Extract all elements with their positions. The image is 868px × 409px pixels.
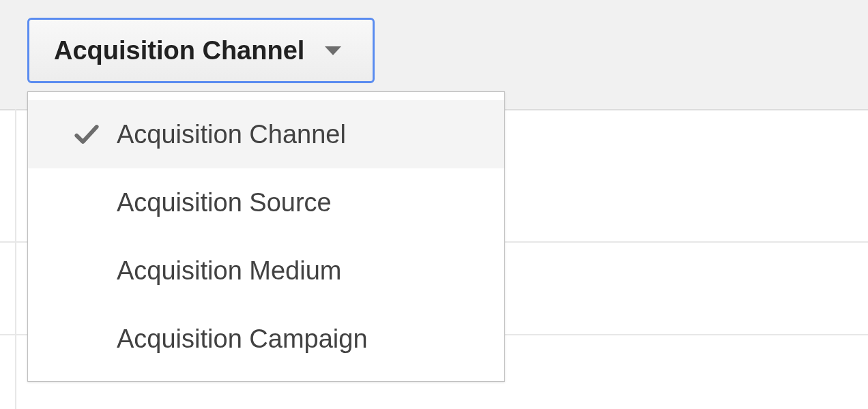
chevron-down-icon [325,46,341,55]
dimension-selector-label: Acquisition Channel [54,36,304,65]
dimension-option-label: Acquisition Source [117,188,332,217]
dimension-option-acquisition-source[interactable]: Acquisition Source [28,168,504,237]
dimension-option-acquisition-medium[interactable]: Acquisition Medium [28,237,504,305]
dimension-option-label: Acquisition Campaign [117,324,368,354]
dimension-option-label: Acquisition Channel [117,120,346,149]
table-column-divider [15,109,16,409]
dimension-selector-button[interactable]: Acquisition Channel [27,18,375,83]
check-icon [72,119,102,149]
dimension-option-label: Acquisition Medium [117,256,341,286]
dimension-option-acquisition-channel[interactable]: Acquisition Channel [28,100,504,168]
dimension-option-acquisition-campaign[interactable]: Acquisition Campaign [28,305,504,373]
dimension-selector-menu: Acquisition Channel Acquisition Source A… [27,91,505,382]
